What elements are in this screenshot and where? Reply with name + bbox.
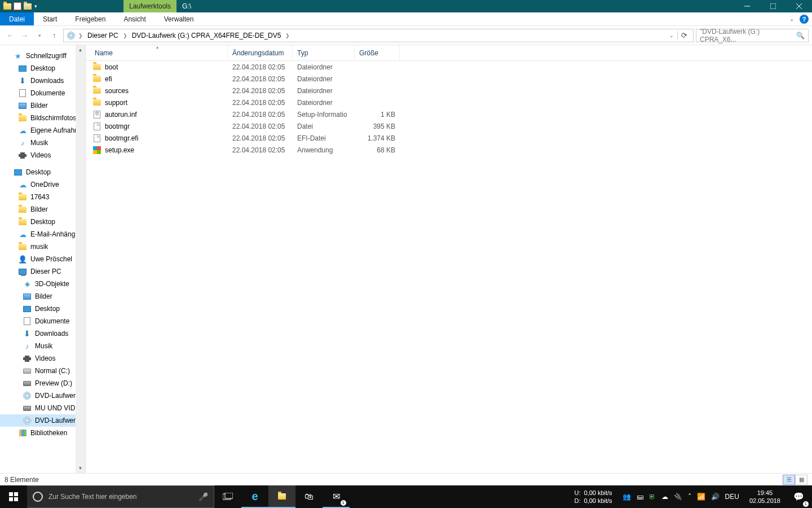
taskbar-app-explorer[interactable] xyxy=(268,485,295,508)
action-center-button[interactable]: 💬1 xyxy=(785,485,812,508)
taskbar-app-mail[interactable]: ✉1 xyxy=(323,485,350,508)
tree-item[interactable]: Bilder xyxy=(0,203,85,216)
tray-onedrive-icon[interactable]: ☁ xyxy=(661,493,668,501)
tray-security-icon[interactable]: ⛨ xyxy=(649,493,656,501)
scroll-down-icon[interactable]: ▼ xyxy=(76,463,85,473)
tree-item-label: Eigene Aufnahm xyxy=(30,126,80,134)
tree-item[interactable]: Videos xyxy=(0,149,85,161)
tree-item[interactable]: Desktop xyxy=(0,303,85,315)
ribbon-expand-icon[interactable]: ⌄ xyxy=(787,14,796,24)
breadcrumb-segment[interactable]: Dieser PC xyxy=(85,32,121,40)
search-icon[interactable]: 🔍 xyxy=(796,32,805,40)
ribbon-tab-share[interactable]: Freigeben xyxy=(66,12,114,25)
tree-item[interactable]: ♪ Musik xyxy=(0,340,85,352)
file-type: Datei xyxy=(293,122,355,130)
column-header-date[interactable]: Änderungsdatum xyxy=(228,45,293,60)
view-thumbnails-button[interactable]: ▦ xyxy=(795,475,807,485)
chevron-right-icon[interactable]: ❯ xyxy=(283,33,292,38)
microphone-icon[interactable]: 🎤 xyxy=(198,492,208,501)
tree-item[interactable]: Dieser PC xyxy=(0,265,85,278)
tray-people-icon[interactable]: 👥 xyxy=(623,493,631,501)
column-header-name[interactable]: Name xyxy=(86,45,228,60)
chevron-right-icon[interactable]: ❯ xyxy=(121,33,130,38)
file-date: 22.04.2018 02:05 xyxy=(228,99,293,107)
window-maximize-button[interactable] xyxy=(760,0,786,12)
qat-dropdown-icon[interactable]: ▾ xyxy=(34,3,39,9)
qat-properties-icon[interactable] xyxy=(14,2,21,10)
tree-item[interactable]: Desktop xyxy=(0,216,85,228)
titlebar-context-tab[interactable]: Laufwerktools xyxy=(123,0,176,12)
tree-item[interactable]: Bildschirmfotos xyxy=(0,112,85,124)
column-header-size[interactable]: Größe xyxy=(355,45,400,60)
search-input[interactable]: "DVD-Laufwerk (G:) CPRA_X6... 🔍 xyxy=(696,29,809,42)
column-header-type[interactable]: Typ xyxy=(293,45,355,60)
file-row[interactable]: bootmgr.efi 22.04.2018 02:05 EFI-Datei 1… xyxy=(86,132,812,144)
tree-item[interactable]: ★ Schnellzugriff xyxy=(0,50,85,62)
tree-item[interactable]: ◈ 3D-Objekte xyxy=(0,278,85,290)
tree-item[interactable]: ☁ Eigene Aufnahm xyxy=(0,124,85,137)
tray-network-icon[interactable]: 📶 xyxy=(697,493,705,501)
tree-item[interactable]: Bilder 📌 xyxy=(0,99,85,112)
window-minimize-button[interactable] xyxy=(734,0,760,12)
tree-item[interactable]: ⬇ Downloads 📌 xyxy=(0,75,85,87)
start-button[interactable] xyxy=(0,485,27,508)
tree-item[interactable]: Normal (C:) xyxy=(0,365,85,377)
taskbar-app-edge[interactable]: e xyxy=(241,485,268,508)
ribbon-tab-start[interactable]: Start xyxy=(34,12,66,25)
address-history-dropdown[interactable]: ⌄ xyxy=(666,33,677,38)
tree-item[interactable]: Videos xyxy=(0,352,85,365)
taskbar: Zur Suche Text hier eingeben 🎤 e 🛍 ✉1 U:… xyxy=(0,485,812,508)
tray-power-icon[interactable]: 🔌 xyxy=(674,493,682,501)
file-row[interactable]: autorun.inf 22.04.2018 02:05 Setup-Infor… xyxy=(86,108,812,120)
qat-newfolder-icon[interactable] xyxy=(23,1,33,11)
taskbar-app-store[interactable]: 🛍 xyxy=(295,485,323,508)
tree-item[interactable]: Preview (D:) xyxy=(0,377,85,389)
tree-item[interactable]: MU UND VID (F xyxy=(0,402,85,414)
window-close-button[interactable] xyxy=(786,0,812,12)
nav-recent-dropdown[interactable]: ▾ xyxy=(33,29,46,42)
refresh-icon[interactable]: ⟳ xyxy=(677,31,691,40)
ribbon-tab-view[interactable]: Ansicht xyxy=(114,12,155,25)
file-row[interactable]: bootmgr 22.04.2018 02:05 Datei 395 KB xyxy=(86,120,812,132)
file-row[interactable]: boot 22.04.2018 02:05 Dateiordner xyxy=(86,61,812,73)
taskbar-search-input[interactable]: Zur Suche Text hier eingeben 🎤 xyxy=(27,485,214,508)
breadcrumb-segment[interactable]: DVD-Laufwerk (G:) CPRA_X64FRE_DE-DE_DV5 xyxy=(130,32,284,40)
tray-usb-icon[interactable]: 🖴 xyxy=(637,493,643,501)
nav-up-button[interactable]: ↑ xyxy=(47,29,61,42)
tree-item[interactable]: DVD-Laufwerk xyxy=(0,389,85,402)
view-details-button[interactable]: ☰ xyxy=(783,475,795,485)
scroll-up-icon[interactable]: ▲ xyxy=(76,45,85,55)
breadcrumb[interactable]: ❯ Dieser PC ❯ DVD-Laufwerk (G:) CPRA_X64… xyxy=(63,29,694,42)
nav-back-button[interactable]: ← xyxy=(3,29,17,42)
tree-item[interactable]: ⬇ Downloads xyxy=(0,327,85,340)
file-row[interactable]: sources 22.04.2018 02:05 Dateiordner xyxy=(86,85,812,97)
tree-item[interactable]: musik xyxy=(0,240,85,253)
tree-item[interactable]: ☁ OneDrive xyxy=(0,178,85,191)
sidebar-scrollbar[interactable]: ▲ ▼ xyxy=(76,45,85,473)
chevron-right-icon[interactable]: ❯ xyxy=(76,33,85,38)
ribbon-file-tab[interactable]: Datei xyxy=(0,12,34,25)
tree-item[interactable]: 17643 xyxy=(0,191,85,203)
tree-item[interactable]: Dokumente xyxy=(0,315,85,327)
tray-overflow-icon[interactable]: ˄ xyxy=(688,493,691,501)
tree-item[interactable]: 👤 Uwe Pröschel xyxy=(0,253,85,265)
help-icon[interactable]: ? xyxy=(800,15,809,24)
tree-item[interactable]: Desktop xyxy=(0,166,85,178)
ribbon-tab-manage[interactable]: Verwalten xyxy=(155,12,203,25)
tree-item[interactable]: ♪ Musik xyxy=(0,137,85,149)
tray-language[interactable]: DEU xyxy=(725,493,739,501)
nav-forward-button[interactable]: → xyxy=(18,29,32,42)
tree-item[interactable]: ☁ E-Mail-Anhäng xyxy=(0,228,85,240)
file-row[interactable]: support 22.04.2018 02:05 Dateiordner xyxy=(86,97,812,108)
tree-item[interactable]: DVD-Laufwerk xyxy=(0,414,85,427)
tree-item[interactable]: Dokumente 📌 xyxy=(0,87,85,99)
tree-item[interactable]: Desktop 📌 xyxy=(0,62,85,75)
tree-item[interactable]: Bilder xyxy=(0,290,85,303)
file-row[interactable]: efi 22.04.2018 02:05 Dateiordner xyxy=(86,73,812,85)
tray-volume-icon[interactable]: 🔊 xyxy=(711,493,720,501)
taskbar-clock[interactable]: 19:45 02.05.2018 xyxy=(745,489,785,505)
tree-item[interactable]: Bibliotheken xyxy=(0,427,85,439)
task-view-button[interactable] xyxy=(214,485,241,508)
file-row[interactable]: setup.exe 22.04.2018 02:05 Anwendung 68 … xyxy=(86,144,812,156)
file-size: 1.374 KB xyxy=(355,134,400,142)
